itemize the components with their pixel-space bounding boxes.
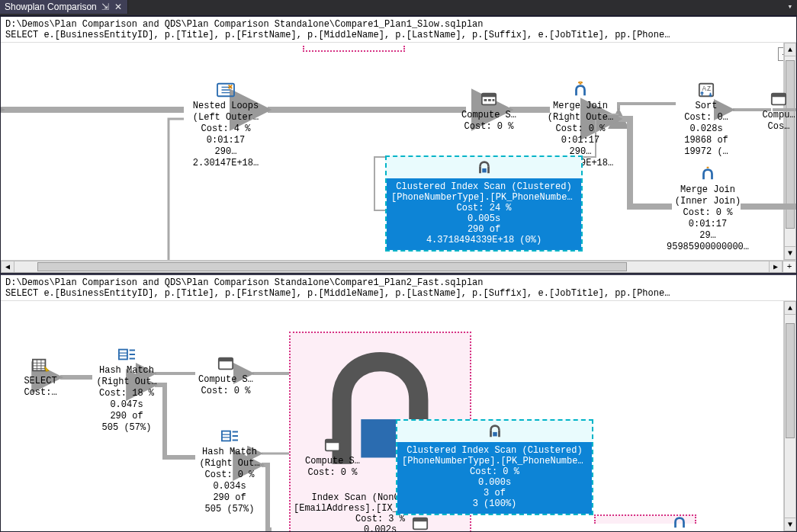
node-title: Merge Join: [542, 101, 619, 112]
node-title: Compute S…: [302, 456, 363, 467]
node-title: Compute S…: [195, 374, 256, 386]
node-compute-scalar-b2[interactable]: Compute S… Cost: 0 %: [302, 436, 363, 479]
tab-overflow-dropdown[interactable]: ▾: [783, 0, 797, 13]
node-time: 0:01:17: [542, 135, 619, 146]
svg-rect-3: [484, 99, 487, 101]
scroll-corner-plus-icon[interactable]: +: [783, 261, 796, 273]
tab-strip: Showplan Comparison ⇲ ✕ ▾: [0, 0, 797, 16]
svg-rect-20: [326, 440, 339, 444]
node-cost: Cost: 4 %: [184, 123, 268, 135]
node-title: Compute S…: [458, 110, 519, 121]
svg-rect-16: [219, 358, 233, 362]
node-select[interactable]: SELECT Cost:…: [18, 356, 63, 399]
svg-rect-4: [488, 99, 491, 101]
plan-canvas-wrap: – ▲ ▼: [1, 43, 796, 260]
node-stat: 0.034s: [195, 481, 264, 492]
compute-scalar-icon: [478, 90, 500, 108]
node-merge-join-inner[interactable]: Merge Join (Inner Join) Cost: 0 % 0:01:1…: [662, 165, 754, 253]
node-cost: Cost: 0 %: [662, 207, 754, 219]
node-hash-match-1[interactable]: Hash Match (Right Out… Cost: 18 % 0.047s…: [92, 345, 161, 434]
compute-scalar-icon: [215, 354, 236, 373]
bottom-plan-pane: D:\Demos\Plan Comparison and QDS\Plan Co…: [0, 274, 797, 532]
split-container: D:\Demos\Plan Comparison and QDS\Plan Co…: [0, 16, 797, 532]
scroll-track[interactable]: [14, 261, 769, 273]
node-cost: Cost: 18 %: [92, 388, 161, 399]
node-title: Clustered Index Scan (Clustered): [391, 181, 577, 192]
svg-rect-17: [361, 419, 399, 457]
node-cost: Cost: 0 %: [302, 467, 363, 479]
node-subtitle: (Right Out…: [92, 377, 161, 388]
scroll-left-icon[interactable]: ◀: [1, 261, 14, 273]
svg-rect-2: [482, 94, 496, 98]
node-stat: 0.002s: [291, 524, 470, 531]
node-stat: 0.028s: [676, 123, 737, 135]
node-stat: 3 of: [402, 488, 587, 498]
tab-title: Showplan Comparison: [5, 2, 97, 12]
node-hash-match-2[interactable]: Hash Match (Right Out… Cost: 0 % 0.034s …: [195, 427, 264, 515]
node-sort[interactable]: AZ Sort Cost: 0… 0.028s 19868 of 19972 (…: [676, 81, 737, 158]
node-compute-scalar-right[interactable]: Compu… Cos…: [756, 90, 796, 133]
node-stat: 290 of: [391, 224, 577, 235]
node-title: Merge Join: [662, 184, 754, 196]
hash-match-icon: [219, 427, 240, 445]
compute-scalar-icon: [768, 90, 789, 108]
node-subtitle: (Inner Join): [662, 196, 754, 207]
scroll-thumb[interactable]: [37, 262, 627, 271]
node-cost: Cost: 0 %: [195, 470, 264, 481]
node-object: [PhoneNumberType].[PK_PhoneNumberTy…: [391, 192, 577, 203]
node-offscreen-peek[interactable]: [664, 513, 695, 531]
node-rows: 29…: [662, 230, 754, 242]
plan-file-path: D:\Demos\Plan Comparison and QDS\Plan Co…: [1, 17, 796, 30]
node-subtitle: (Left Outer…: [184, 112, 268, 123]
plan-sql-text: SELECT e.[BusinessEntityID], p.[Title], …: [1, 30, 796, 43]
compute-scalar-icon: [410, 514, 431, 531]
clustered-index-scan-icon: [387, 157, 581, 178]
select-icon: [30, 356, 51, 374]
merge-join-icon: [697, 165, 718, 183]
node-stat: 95985900000000…: [662, 242, 754, 253]
node-cost: Cost:…: [18, 387, 63, 399]
scroll-right-icon[interactable]: ▶: [769, 261, 783, 273]
plan-canvas[interactable]: SELECT Cost:… Hash Match (Right Out… Cos…: [1, 301, 796, 531]
tab-showplan-comparison[interactable]: Showplan Comparison ⇲ ✕: [0, 0, 128, 14]
node-title: Clustered Index Scan (Clustered): [402, 445, 587, 456]
clustered-index-scan-icon: [397, 421, 592, 442]
node-stat: 0.005s: [391, 213, 577, 224]
node-stat: 505 (57%): [195, 504, 264, 515]
node-title: Compu…: [756, 110, 796, 121]
node-clustered-index-scan-highlight-2[interactable]: Clustered Index Scan (Clustered) [PhoneN…: [396, 419, 593, 515]
pin-icon[interactable]: ⇲: [101, 2, 109, 12]
node-stat: 0.000s: [402, 477, 587, 488]
node-stat: 290 of: [195, 492, 264, 504]
node-compute-scalar-1[interactable]: Compute S… Cost: 0 %: [458, 90, 519, 133]
plan-sql-text: SELECT e.[BusinessEntityID], p.[Title], …: [1, 288, 796, 301]
merge-join-icon: [570, 81, 591, 99]
node-cost: Cos…: [756, 121, 796, 133]
node-cost: Cost: 3 %: [291, 514, 470, 524]
plan-canvas-wrap: ▲ ▼: [1, 301, 796, 531]
node-time: 0:01:17: [662, 219, 754, 230]
svg-text:A: A: [702, 85, 707, 92]
node-stat: 19972 (…: [676, 146, 737, 158]
node-stat: 4.3718494339E+18 (0%): [391, 235, 577, 245]
merge-join-icon: [669, 513, 690, 531]
node-cost: Cost: 0…: [676, 112, 737, 123]
plan-file-path: D:\Demos\Plan Comparison and QDS\Plan Co…: [1, 275, 796, 288]
node-object: [PhoneNumberType].[PK_PhoneNumberTy…: [402, 456, 587, 466]
node-compute-scalar-b1[interactable]: Compute S… Cost: 0 %: [195, 354, 256, 397]
svg-rect-5: [493, 99, 495, 101]
node-title: Nested Loops: [184, 101, 268, 112]
node-offscreen-peek-2[interactable]: [405, 514, 435, 531]
nested-loops-icon: [215, 81, 236, 99]
node-subtitle: (Right Out…: [195, 458, 264, 470]
node-cost: Cost: 0 %: [195, 386, 256, 397]
node-clustered-index-scan-highlight[interactable]: Clustered Index Scan (Clustered) [PhoneN…: [385, 155, 583, 252]
node-nested-loops[interactable]: Nested Loops (Left Outer… Cost: 4 % 0:01…: [184, 81, 268, 169]
horizontal-scrollbar[interactable]: ◀ ▶ +: [1, 260, 796, 273]
svg-rect-18: [222, 431, 230, 441]
close-icon[interactable]: ✕: [114, 2, 123, 12]
plan-canvas[interactable]: Nested Loops (Left Outer… Cost: 4 % 0:01…: [1, 43, 796, 260]
svg-rect-14: [119, 350, 127, 360]
node-rows: 290…: [184, 146, 268, 158]
node-stat: 2.30147E+18…: [184, 158, 268, 169]
